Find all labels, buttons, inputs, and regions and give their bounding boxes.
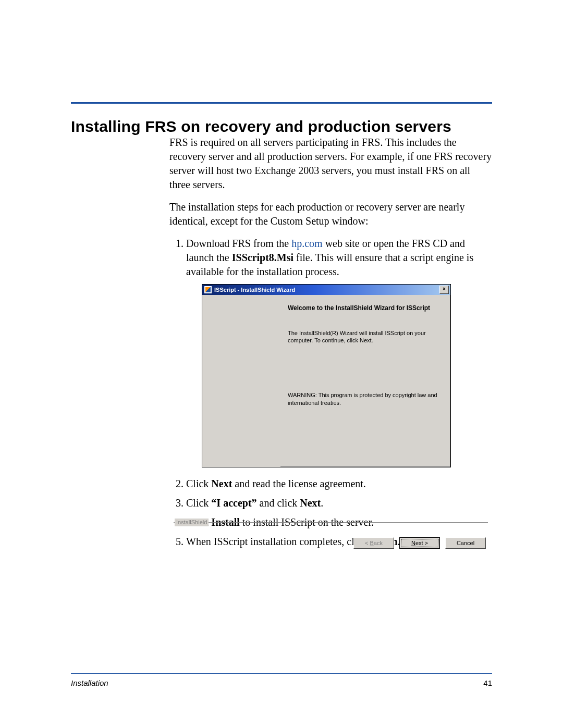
dialog-warning: WARNING: This program is protected by co… bbox=[288, 391, 441, 407]
installshield-brand-label: InstallShield bbox=[175, 519, 209, 526]
section-heading: Installing FRS on recovery and productio… bbox=[71, 118, 492, 135]
cancel-button[interactable]: Cancel bbox=[445, 537, 486, 549]
dialog-window: ISScript - InstallShield Wizard × Welcom… bbox=[202, 284, 451, 467]
installshield-screenshot: ISScript - InstallShield Wizard × Welcom… bbox=[202, 284, 451, 467]
page-footer: Installation 41 bbox=[71, 678, 492, 687]
intro-paragraph-2: The installation steps for each producti… bbox=[169, 200, 492, 228]
bottom-rule bbox=[71, 673, 492, 674]
step-1-filename: ISScript8.Msi bbox=[232, 252, 293, 263]
hp-link[interactable]: hp.com bbox=[291, 238, 322, 249]
back-post: ack bbox=[374, 540, 383, 546]
installer-icon bbox=[204, 286, 212, 293]
dialog-content: Welcome to the InstallShield Wizard for … bbox=[280, 295, 450, 467]
step-2-bold: Next bbox=[211, 478, 232, 489]
step-3-bold1: “I accept” bbox=[211, 497, 256, 509]
step-2-b: and read the license agreement. bbox=[232, 478, 366, 489]
dialog-button-row: < Back Next > Cancel bbox=[353, 537, 486, 549]
back-button: < Back bbox=[353, 537, 394, 549]
next-button[interactable]: Next > bbox=[399, 537, 440, 549]
dialog-title: ISScript - InstallShield Wizard bbox=[214, 286, 439, 294]
step-2: Click Next and read the license agreemen… bbox=[186, 477, 492, 491]
next-mnemonic: N bbox=[411, 540, 415, 546]
footer-section-name: Installation bbox=[71, 678, 108, 687]
next-post: ext > bbox=[415, 540, 428, 546]
body-content: FRS is required on all servers participa… bbox=[169, 135, 492, 554]
back-pre: < bbox=[365, 540, 370, 546]
step-5-a: When ISScript installation completes, cl… bbox=[186, 536, 370, 547]
dialog-body: Welcome to the InstallShield Wizard for … bbox=[202, 295, 450, 467]
step-3: Click “I accept” and click Next. bbox=[186, 496, 492, 510]
dialog-sidebar-graphic bbox=[202, 295, 280, 467]
dialog-description: The InstallShield(R) Wizard will install… bbox=[288, 329, 441, 345]
step-1-text-a: Download FRS from the bbox=[186, 238, 291, 249]
step-3-b: and click bbox=[257, 497, 300, 509]
step-3-a: Click bbox=[186, 497, 211, 509]
top-rule bbox=[71, 102, 492, 104]
dialog-welcome-heading: Welcome to the InstallShield Wizard for … bbox=[288, 304, 441, 313]
back-mnemonic: B bbox=[370, 540, 374, 546]
step-3-c: . bbox=[321, 497, 323, 509]
intro-paragraph-1: FRS is required on all servers participa… bbox=[169, 135, 492, 192]
footer-page-number: 41 bbox=[483, 678, 492, 687]
step-1: Download FRS from the hp.com web site or… bbox=[186, 237, 492, 467]
dialog-titlebar: ISScript - InstallShield Wizard × bbox=[202, 285, 450, 295]
step-2-a: Click bbox=[186, 478, 211, 489]
step-3-bold2: Next bbox=[300, 497, 321, 509]
close-icon[interactable]: × bbox=[439, 286, 449, 294]
dialog-group-separator: InstallShield bbox=[174, 522, 488, 529]
document-page: Installing FRS on recovery and productio… bbox=[0, 0, 563, 728]
install-steps-list: Download FRS from the hp.com web site or… bbox=[169, 237, 492, 549]
